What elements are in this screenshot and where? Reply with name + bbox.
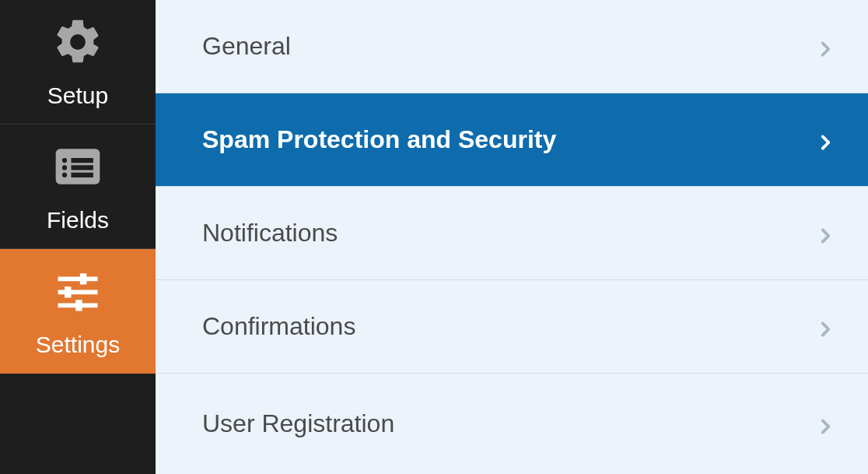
settings-row-user-registration[interactable]: User Registration [156, 374, 868, 474]
sliders-icon [51, 265, 104, 318]
settings-row-spam-protection[interactable]: Spam Protection and Security [156, 93, 868, 187]
sidebar-item-setup[interactable]: Setup [0, 0, 156, 125]
app-root: Setup Fields Settings General Spam Prote… [0, 0, 868, 474]
gear-icon [51, 16, 104, 68]
sidebar-item-settings[interactable]: Settings [0, 249, 156, 374]
sidebar: Setup Fields Settings [0, 0, 156, 474]
settings-row-label: Confirmations [202, 312, 815, 341]
sidebar-item-label: Fields [47, 207, 109, 233]
chevron-right-icon [815, 130, 835, 150]
settings-row-label: Spam Protection and Security [202, 125, 815, 154]
settings-row-label: General [202, 32, 815, 61]
sidebar-item-label: Setup [47, 83, 108, 109]
settings-row-general[interactable]: General [156, 0, 868, 93]
list-icon [51, 140, 104, 193]
chevron-right-icon [815, 223, 835, 244]
settings-row-label: Notifications [202, 219, 815, 248]
settings-row-confirmations[interactable]: Confirmations [156, 280, 868, 374]
settings-row-notifications[interactable]: Notifications [156, 187, 868, 280]
chevron-right-icon [815, 37, 835, 57]
chevron-right-icon [815, 414, 835, 434]
sidebar-item-label: Settings [36, 332, 120, 358]
settings-row-label: User Registration [202, 409, 815, 438]
chevron-right-icon [815, 317, 835, 337]
sidebar-item-fields[interactable]: Fields [0, 125, 156, 249]
settings-panel: General Spam Protection and Security Not… [156, 0, 868, 474]
